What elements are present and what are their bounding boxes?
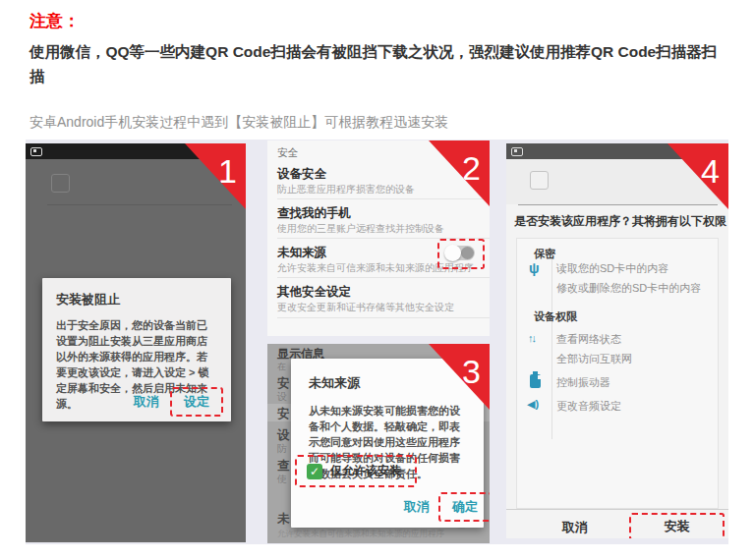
permission-text: 修改或删除您的SD卡中的内容 bbox=[556, 278, 701, 298]
dialog-title: 未知来源 bbox=[309, 374, 466, 392]
settings-item-subtitle: 防止恶意应用程序损害您的设备 bbox=[277, 183, 415, 196]
step-number: 1 bbox=[218, 153, 237, 189]
phone-screenshot-step2: 安全 设备安全 防止恶意应用程序损害您的设备 查找我的手机 使用您的三星账户远程… bbox=[267, 140, 490, 336]
phone-screenshot-step3: 显示信息 在 安 设 安 设 防 查 使 未 允许安装来自可信来源和未知来源的应… bbox=[267, 344, 490, 543]
tutorial-page: 注意： 使用微信，QQ等一些内建QR Code扫描会有被阻挡下载之状况，强烈建议… bbox=[0, 0, 754, 560]
section-header-device: 设备权限 bbox=[534, 309, 577, 324]
install-button[interactable]: 安装 bbox=[665, 518, 690, 535]
settings-button[interactable]: 设定 bbox=[170, 387, 223, 417]
highlight-checkbox-box: ✓ 仅允许该安装 bbox=[295, 455, 417, 487]
divider bbox=[551, 254, 552, 439]
divider bbox=[277, 277, 490, 278]
permission-text: 读取您的SD卡中的内容 bbox=[556, 258, 668, 278]
notice-title: 注意： bbox=[29, 10, 80, 32]
settings-item-find-my-phone[interactable]: 查找我的手机 bbox=[277, 205, 351, 222]
cancel-button[interactable]: 取消 bbox=[127, 390, 166, 414]
usb-storage-icon: ψ bbox=[529, 260, 540, 276]
cancel-button[interactable]: 取消 bbox=[546, 519, 605, 536]
dimmed-fragment: 未 bbox=[277, 511, 290, 528]
settings-item-subtitle: 使用您的三星账户远程查找并控制设备 bbox=[277, 222, 444, 236]
dimmed-fragment: 使 bbox=[277, 473, 287, 486]
permission-text: 控制振动器 bbox=[556, 372, 610, 392]
highlight-toggle-box bbox=[437, 239, 485, 269]
app-icon-placeholder bbox=[51, 174, 70, 193]
unknown-sources-dialog: 未知来源 从未知来源安装可能损害您的设备和个人数据。轻敲确定，即表示您同意对因使… bbox=[291, 359, 484, 528]
dimmed-subtext: 在 bbox=[277, 361, 286, 373]
network-arrows-icon: ↑↓ bbox=[528, 332, 535, 344]
divider bbox=[277, 317, 490, 318]
dimmed-fragment: 安 bbox=[277, 406, 290, 422]
tutorial-subtitle: 安卓Android手机安装过程中遇到【安装被阻止】可根据教程迅速安装 bbox=[29, 114, 448, 132]
security-header: 安全 bbox=[277, 146, 298, 160]
step-badge-2: 2 bbox=[429, 140, 490, 206]
notice-body: 使用微信，QQ等一些内建QR Code扫描会有被阻挡下载之状况，强烈建议使用推荐… bbox=[29, 39, 731, 88]
divider bbox=[47, 204, 232, 205]
settings-item-subtitle: 更改安全更新和证书存储等其他安全设定 bbox=[277, 301, 454, 314]
permission-text: 更改音频设定 bbox=[556, 396, 621, 416]
cancel-button[interactable]: 取消 bbox=[397, 495, 436, 519]
checkbox-checked-icon[interactable]: ✓ bbox=[307, 464, 322, 479]
dialog-title: 安装被阻止 bbox=[56, 291, 217, 308]
vibration-icon bbox=[530, 374, 541, 388]
install-question-title: 是否安装该应用程序？其将拥有以下权限： bbox=[514, 213, 728, 230]
checkbox-label: 仅允许该安装 bbox=[330, 463, 401, 479]
permission-text: 查看网络状态 bbox=[556, 329, 621, 349]
step-number: 2 bbox=[462, 150, 481, 186]
highlight-install-box: 安装 bbox=[629, 513, 725, 538]
phone-screenshot-step1: 1 4G 7 安装被阻止 出于安全原因，您的设备当前已设置为阻止安装从三星应用商… bbox=[26, 143, 246, 542]
section-header-privacy: 保密 bbox=[534, 247, 555, 261]
divider bbox=[518, 204, 718, 205]
step-badge-1: 1 bbox=[185, 143, 246, 209]
settings-item-device-security[interactable]: 设备安全 bbox=[277, 166, 326, 183]
notification-icon bbox=[511, 147, 523, 156]
install-blocked-dialog: 安装被阻止 出于安全原因，您的设备当前已设置为阻止安装从三星应用商店以外的来源获… bbox=[42, 278, 231, 421]
audio-icon: ◀) bbox=[527, 398, 539, 411]
phone-screenshot-step4: 1 4G 7 是否安装该应用程序？其将拥有以下权限： 保密 ψ 读取您的SD卡中… bbox=[506, 143, 728, 538]
divider bbox=[277, 198, 490, 199]
notification-icon bbox=[30, 147, 42, 156]
permissions-panel: 保密 ψ 读取您的SD卡中的内容 修改或删除您的SD卡中的内容 设备权限 ↑↓ … bbox=[516, 238, 719, 509]
settings-item-other-security[interactable]: 其他安全设定 bbox=[277, 284, 351, 301]
dimmed-fragment: 设 bbox=[277, 390, 287, 404]
dimmed-fragment: 防 bbox=[277, 442, 287, 456]
app-icon-placeholder bbox=[530, 171, 549, 190]
dimmed-bottom-line: 允许安装来自可信来源和未知来源的应用程序 bbox=[277, 529, 444, 540]
settings-item-unknown-sources[interactable]: 未知来源 bbox=[277, 245, 326, 261]
permission-text: 全部访问互联网 bbox=[556, 349, 632, 368]
ok-button[interactable]: 确定 bbox=[438, 492, 490, 522]
